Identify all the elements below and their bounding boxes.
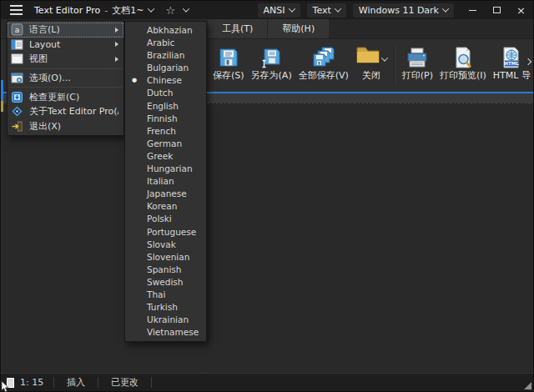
minimize-icon xyxy=(469,10,476,11)
submenu-arrow-icon xyxy=(115,28,118,33)
language-item[interactable]: Polski xyxy=(125,213,206,225)
options-icon xyxy=(11,72,23,84)
gutter-change-mark-yellow xyxy=(1,101,3,112)
language-submenu: Abkhazian Arabic Brazilian Bulgarian ●Ch… xyxy=(124,21,207,342)
language-item[interactable]: Thai xyxy=(125,289,206,301)
chevron-down-icon xyxy=(288,5,295,12)
language-item[interactable]: Japanese xyxy=(125,188,206,200)
save-button[interactable]: 保存(S) xyxy=(209,42,248,83)
menu-item-check-updates[interactable]: 检查更新(C) xyxy=(8,89,123,104)
modified-indicator: 已更改 xyxy=(98,376,151,389)
filetype-selector[interactable]: Text xyxy=(307,3,346,18)
toolbar-separator xyxy=(394,45,395,85)
language-item[interactable]: French xyxy=(125,125,206,138)
minimize-button[interactable] xyxy=(461,1,485,19)
maximize-icon xyxy=(493,7,501,13)
save-as-button[interactable]: 另存为(A) xyxy=(248,42,295,83)
app-window: Text Editor Pro - 文档1~ ☆ ANSI Text Windo… xyxy=(0,0,534,392)
statusbar: 1: 15 插入 已更改 xyxy=(1,373,533,391)
language-item[interactable]: Finnish xyxy=(125,113,206,125)
language-item[interactable]: Portuguese xyxy=(125,226,206,239)
language-item[interactable]: Bulgarian xyxy=(125,62,206,74)
language-icon: a xyxy=(11,23,23,36)
maximize-button[interactable] xyxy=(485,1,509,19)
language-item[interactable]: Greek xyxy=(125,150,206,163)
language-item-selected[interactable]: ●Chinese xyxy=(125,74,206,87)
language-item[interactable]: English xyxy=(125,100,206,113)
editor-area[interactable] xyxy=(1,104,533,373)
menu-item-language[interactable]: a 语言(L) xyxy=(8,23,123,38)
language-item[interactable]: Slovak xyxy=(125,239,206,251)
menu-item-view[interactable]: 视图 xyxy=(8,52,123,67)
menu-separator xyxy=(9,87,122,88)
svg-text:HTML: HTML xyxy=(505,61,520,66)
exit-icon xyxy=(11,120,23,133)
language-item[interactable]: Brazilian xyxy=(125,49,206,62)
language-item[interactable]: Korean xyxy=(125,200,206,213)
titlebar-right: ANSI Text Windows 11 Dark × xyxy=(258,1,533,19)
print-icon xyxy=(406,43,429,68)
chevron-down-icon xyxy=(335,5,341,12)
menu-item-about[interactable]: 关于Text Editor Pro(A) xyxy=(8,104,123,119)
save-icon xyxy=(218,43,239,68)
favorites-chevron-down-icon[interactable] xyxy=(183,5,189,12)
menu-item-options[interactable]: 选项(O)... xyxy=(8,71,123,86)
tabbar-filler xyxy=(330,19,533,38)
submenu-arrow-icon xyxy=(115,42,118,47)
menu-separator xyxy=(9,68,122,69)
language-item[interactable]: Dutch xyxy=(125,87,206,99)
menu-item-exit[interactable]: 退出(X) xyxy=(8,119,123,134)
hamburger-menu-icon[interactable] xyxy=(10,9,23,11)
about-icon xyxy=(11,105,23,118)
language-item[interactable]: Hungarian xyxy=(125,163,206,175)
print-button[interactable]: 打印(P) xyxy=(399,42,436,83)
app-title: Text Editor Pro xyxy=(34,5,100,16)
print-preview-icon xyxy=(452,43,474,68)
titlebar: Text Editor Pro - 文档1~ ☆ ANSI Text Windo… xyxy=(1,1,533,19)
resize-grip[interactable] xyxy=(524,382,531,389)
language-item[interactable]: German xyxy=(125,138,206,150)
app-menu: a 语言(L) Layout 视图 选项(O)... 检查更新(C) 关于Tex… xyxy=(7,20,124,136)
chevron-down-icon xyxy=(442,5,449,12)
caret-position: 1: 15 xyxy=(20,377,53,388)
title-separator: - xyxy=(104,5,108,16)
close-folder-icon xyxy=(355,45,380,68)
language-item[interactable]: Slovenian xyxy=(125,251,206,264)
close-dropdown-chevron-icon[interactable] xyxy=(381,54,388,61)
gutter-change-mark-blue xyxy=(1,80,3,101)
layout-icon xyxy=(11,38,23,51)
view-icon xyxy=(11,53,23,65)
document-chevron-down-icon[interactable] xyxy=(148,5,154,12)
language-item[interactable]: Swedish xyxy=(125,276,206,289)
save-as-icon xyxy=(260,43,282,68)
language-item[interactable]: Turkish xyxy=(125,301,206,314)
save-all-button[interactable]: 全部保存(V) xyxy=(295,42,352,83)
insert-mode-indicator[interactable]: 插入 xyxy=(54,376,98,389)
selected-radio-icon: ● xyxy=(132,74,137,87)
encoding-selector[interactable]: ANSI xyxy=(258,3,300,18)
favorite-star-icon[interactable]: ☆ xyxy=(165,4,175,17)
language-item[interactable]: Abkhazian xyxy=(125,24,206,37)
language-item[interactable]: Vietnamese xyxy=(125,326,206,339)
html-export-icon: HTML xyxy=(501,43,522,68)
language-item[interactable]: Arabic xyxy=(125,37,206,49)
menu-item-layout[interactable]: Layout xyxy=(8,38,123,53)
save-all-icon xyxy=(312,43,335,68)
svg-text:a: a xyxy=(15,26,20,34)
statusbar-separator xyxy=(151,377,152,388)
mouse-cursor xyxy=(1,380,9,392)
close-icon: × xyxy=(516,4,526,17)
print-preview-button[interactable]: 打印预览(I) xyxy=(436,42,490,83)
language-item[interactable]: Ukrainian xyxy=(125,314,206,326)
tab-tools[interactable]: 工具(T) xyxy=(208,19,268,38)
close-button[interactable]: × xyxy=(509,1,533,19)
document-name[interactable]: 文档1~ xyxy=(112,4,144,17)
submenu-arrow-icon xyxy=(115,57,118,62)
language-item[interactable]: Spanish xyxy=(125,264,206,276)
tab-help[interactable]: 帮助(H) xyxy=(268,19,330,38)
check-update-icon xyxy=(11,91,23,103)
theme-selector[interactable]: Windows 11 Dark xyxy=(353,3,454,18)
language-item[interactable]: Italian xyxy=(125,175,206,188)
close-document-button[interactable]: 关闭 xyxy=(352,42,390,83)
